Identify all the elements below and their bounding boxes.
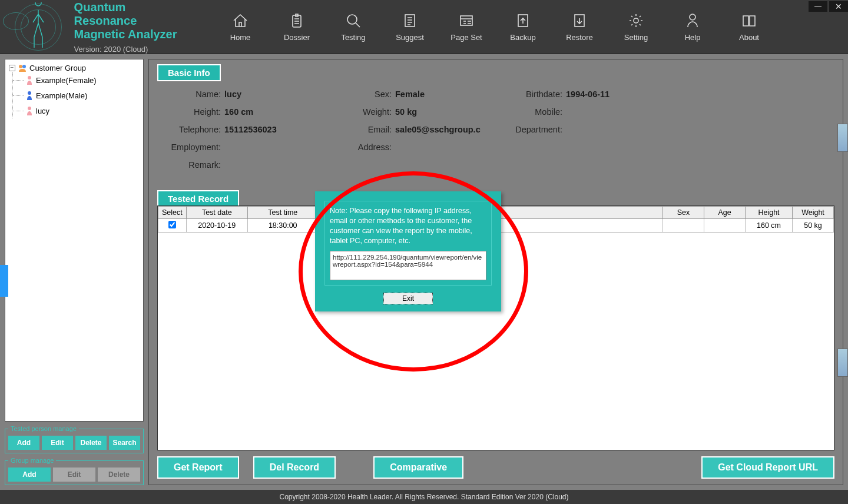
app-title-2: Magnetic Analyzer <box>74 28 183 41</box>
tree-item-example-female[interactable]: Example(Female) <box>13 72 140 88</box>
restore-icon <box>571 12 588 29</box>
weight-value: 50 kg <box>395 107 417 117</box>
dialog-note: Note: Please copy the following IP addre… <box>330 206 486 246</box>
right-thumb-1[interactable] <box>837 124 848 152</box>
row-select-checkbox[interactable] <box>168 221 176 228</box>
dialog-url-text[interactable]: http://111.229.254.190/quantum/viewrepor… <box>330 251 486 280</box>
cloud-url-dialog: Note: Please copy the following IP addre… <box>315 191 501 311</box>
svg-point-6 <box>634 18 638 23</box>
help-icon <box>684 12 701 29</box>
group-edit-button: Edit <box>53 467 95 482</box>
basic-info: Name:lucy Sex:Female Birthdate:1994-06-1… <box>160 85 837 174</box>
person-icon <box>26 91 33 100</box>
comparative-button[interactable]: Comparative <box>373 456 463 479</box>
sex-value: Female <box>395 89 425 99</box>
nav-pageset[interactable]: Page Set <box>444 12 489 42</box>
nav-about[interactable]: About <box>727 12 771 42</box>
header: Quantum Resonance Magnetic Analyzer Vers… <box>0 0 848 54</box>
nav-help[interactable]: Help <box>670 12 715 42</box>
nav-backup[interactable]: Backup <box>501 12 545 42</box>
nav-restore[interactable]: Restore <box>557 12 602 42</box>
tree-item-lucy[interactable]: lucy <box>13 103 140 118</box>
close-button[interactable]: ✕ <box>829 1 848 12</box>
side-handle[interactable] <box>0 265 8 297</box>
about-icon <box>740 12 758 29</box>
group-delete-button: Delete <box>98 467 140 482</box>
svg-point-12 <box>28 107 31 110</box>
app-title-1: Quantum Resonance <box>74 1 183 28</box>
height-value: 160 cm <box>224 107 253 117</box>
right-thumb-2[interactable] <box>837 349 848 377</box>
svg-point-8 <box>19 65 22 68</box>
person-add-button[interactable]: Add <box>8 436 39 450</box>
nav-suggest[interactable]: Suggest <box>387 12 432 42</box>
tested-record-tab: Tested Record <box>157 190 239 207</box>
nav-setting[interactable]: Setting <box>614 12 658 42</box>
content: Basic Info Name:lucy Sex:Female Birthdat… <box>148 59 843 485</box>
person-search-button[interactable]: Search <box>109 436 140 450</box>
birthdate-value: 1994-06-11 <box>566 89 610 99</box>
svg-point-11 <box>28 91 31 95</box>
person-edit-button[interactable]: Edit <box>42 436 73 450</box>
email-value: sale05@sschgroup.c <box>395 125 481 134</box>
testing-icon <box>344 12 362 29</box>
group-icon <box>18 63 27 72</box>
pageset-icon <box>458 12 475 29</box>
get-report-button[interactable]: Get Report <box>157 456 239 479</box>
svg-point-10 <box>28 76 31 79</box>
cloud-report-url-button[interactable]: Get Cloud Report URL <box>701 456 834 479</box>
home-icon <box>231 12 249 29</box>
svg-point-7 <box>690 14 695 20</box>
tree-item-example-male[interactable]: Example(Male) <box>13 88 140 103</box>
name-value: lucy <box>224 89 241 99</box>
group-manage: Group manage Add Edit Delete <box>5 457 144 485</box>
customer-tree: − Customer Group Example(Female) Example… <box>5 59 144 422</box>
gear-icon <box>627 12 645 29</box>
logo-figure <box>3 1 68 54</box>
footer: Copyright 2008-2020 Health Leader. All R… <box>0 490 848 504</box>
tree-root-label[interactable]: Customer Group <box>29 64 86 72</box>
group-add-button[interactable]: Add <box>8 467 51 482</box>
svg-point-9 <box>22 65 26 68</box>
dialog-exit-button[interactable]: Exit <box>383 293 433 304</box>
nav-dossier[interactable]: Dossier <box>274 12 319 42</box>
backup-icon <box>514 12 532 29</box>
telephone-value: 15112536023 <box>224 125 277 134</box>
nav-home[interactable]: Home <box>218 12 263 42</box>
person-icon <box>26 75 33 85</box>
nav-testing[interactable]: Testing <box>331 12 376 42</box>
nav: Home Dossier Testing Suggest Page Set Ba… <box>218 12 771 42</box>
tree-collapse-icon[interactable]: − <box>9 65 15 71</box>
person-icon <box>26 106 33 115</box>
dossier-icon <box>288 12 306 29</box>
sidebar: − Customer Group Example(Female) Example… <box>0 54 148 490</box>
person-delete-button[interactable]: Delete <box>75 436 107 450</box>
suggest-icon <box>401 12 419 29</box>
app-version: Version: 2020 (Cloud) <box>74 45 183 54</box>
person-manage: Tested person manage Add Edit Delete Sea… <box>5 425 144 453</box>
svg-point-1 <box>347 15 357 24</box>
basic-info-tab: Basic Info <box>157 64 221 81</box>
del-record-button[interactable]: Del Record <box>253 456 336 479</box>
minimize-button[interactable]: — <box>809 1 827 12</box>
